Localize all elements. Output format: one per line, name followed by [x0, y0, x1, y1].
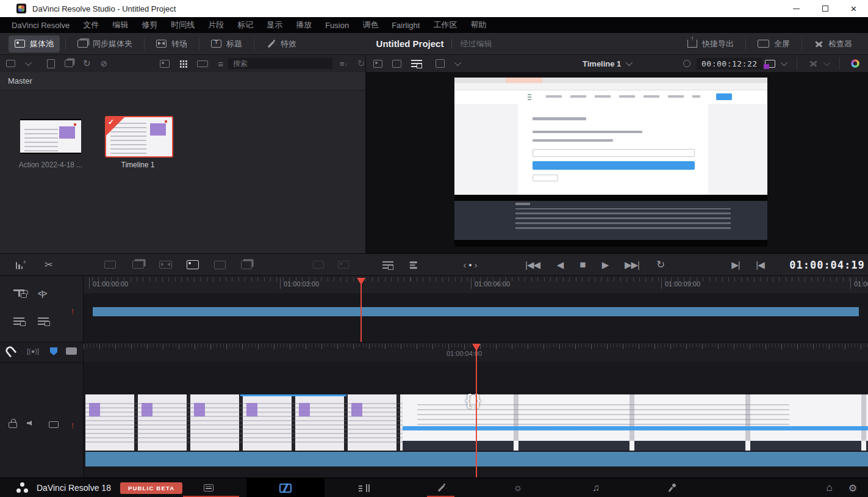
- menu-file[interactable]: 文件: [76, 20, 106, 31]
- match-frame-button[interactable]: |◀: [751, 254, 769, 275]
- stop-button[interactable]: ■: [575, 254, 590, 275]
- timeline-overview-clip[interactable]: [93, 307, 859, 316]
- track-lock-icon[interactable]: [9, 422, 17, 428]
- edit-op-smart-insert-icon[interactable]: [101, 254, 119, 275]
- menu-edit[interactable]: 编辑: [106, 20, 135, 31]
- import-media-icon[interactable]: [47, 59, 55, 68]
- menu-view[interactable]: 显示: [260, 20, 289, 31]
- video-clip-frames-a[interactable]: [85, 394, 403, 451]
- media-pool-button[interactable]: 媒体池: [9, 35, 60, 53]
- chevron-down-icon[interactable]: [454, 61, 459, 66]
- timeline-selector[interactable]: Timeline 1: [583, 55, 631, 72]
- track-video-enable-icon[interactable]: [49, 421, 59, 428]
- page-edit-button[interactable]: [348, 478, 379, 497]
- bin-name[interactable]: Master: [8, 76, 32, 85]
- range-marker-icon[interactable]: [(●)]: [27, 347, 39, 355]
- menu-playback[interactable]: 播放: [289, 20, 318, 31]
- razor-icon[interactable]: ✂: [40, 254, 57, 275]
- minimize-button[interactable]: [782, 0, 811, 17]
- jog-control[interactable]: ‹●›: [454, 254, 489, 275]
- preview-page-footer: [454, 201, 767, 240]
- menu-mark[interactable]: 标记: [231, 20, 260, 31]
- bin-list-icon[interactable]: [6, 60, 15, 67]
- sync-clips-icon[interactable]: ↻: [83, 58, 91, 69]
- playback-settings-icon[interactable]: [405, 254, 423, 275]
- fullscreen-button[interactable]: 全屏: [751, 35, 796, 53]
- search-input[interactable]: [228, 58, 332, 69]
- menu-workspace[interactable]: 工作区: [426, 20, 464, 31]
- menu-trim[interactable]: 修剪: [135, 20, 164, 31]
- loop-button[interactable]: ↻: [651, 254, 670, 275]
- sync-bin-button[interactable]: 同步媒体夹: [71, 35, 138, 53]
- goto-first-frame-button[interactable]: |◀◀: [522, 254, 543, 275]
- preview-playback-icon[interactable]: [378, 254, 396, 275]
- link-clips-icon[interactable]: ⊘: [101, 59, 108, 68]
- multicam-icon[interactable]: [765, 60, 775, 68]
- media-clip-timeline1-selected[interactable]: ✓: [105, 116, 173, 158]
- grid-view-icon[interactable]: [179, 60, 187, 68]
- play-button[interactable]: ▶: [597, 254, 613, 275]
- page-media-button[interactable]: [193, 478, 224, 497]
- flag-icon[interactable]: [50, 347, 57, 355]
- page-fusion-button[interactable]: [425, 478, 457, 497]
- menu-color[interactable]: 调色: [356, 20, 385, 31]
- settings-gear-button[interactable]: ⚙: [848, 482, 857, 494]
- menu-davinci-resolve[interactable]: DaVinci Resolve: [5, 21, 76, 30]
- edit-op-place-on-top-icon[interactable]: [210, 254, 229, 275]
- play-around-button[interactable]: ▶|: [727, 254, 744, 275]
- upper-timeline-ruler[interactable]: 01:00:00:00 01:00:03:00 01:00:06:00 01:0…: [84, 276, 868, 293]
- effects-button[interactable]: 特效: [260, 35, 303, 53]
- tools-icon[interactable]: [808, 59, 818, 68]
- transitions-button[interactable]: 转场: [150, 35, 193, 53]
- card-view-icon[interactable]: [160, 60, 170, 68]
- camera-icon[interactable]: [66, 347, 77, 355]
- source-view-icon[interactable]: [373, 60, 382, 68]
- maximize-button[interactable]: [811, 0, 839, 17]
- menu-fusion[interactable]: Fusion: [318, 21, 356, 30]
- tool-sync-audio-icon[interactable]: [38, 317, 49, 325]
- tool-track-lock-icon[interactable]: [13, 288, 27, 298]
- upper-playhead[interactable]: [357, 278, 367, 342]
- color-wheel-icon[interactable]: [851, 59, 859, 68]
- page-deliver-button[interactable]: [657, 478, 689, 497]
- refresh-icon[interactable]: ↻: [357, 58, 365, 69]
- page-cut-button-active[interactable]: [246, 478, 325, 497]
- media-clip-action[interactable]: [20, 119, 81, 154]
- filmstrip-view-icon[interactable]: [411, 60, 421, 67]
- chevron-down-icon[interactable]: [823, 59, 830, 66]
- page-fairlight-button[interactable]: ♫: [580, 478, 612, 497]
- sort-icon[interactable]: ≡↓: [340, 59, 348, 68]
- menu-timeline[interactable]: 时间线: [164, 20, 201, 31]
- edit-op-source-overwrite-icon[interactable]: [237, 254, 256, 275]
- tool-sync-video-icon[interactable]: [13, 317, 24, 325]
- resize-icon[interactable]: [436, 59, 445, 68]
- edit-op-append-icon[interactable]: [129, 254, 147, 275]
- davinci-resolve-window: DaVinci Resolve Studio - Untitled Projec…: [0, 0, 868, 497]
- edit-op-ripple-overwrite-icon[interactable]: [156, 254, 174, 275]
- lower-playhead[interactable]: [472, 344, 482, 478]
- inspector-button[interactable]: 检查器: [808, 35, 858, 53]
- track-audio-mute-icon[interactable]: [27, 421, 35, 426]
- close-button[interactable]: ×: [839, 0, 868, 17]
- transform-view-icon[interactable]: [392, 60, 401, 68]
- page-color-button[interactable]: ☼: [502, 478, 534, 497]
- list-view-icon[interactable]: ≡: [218, 59, 223, 69]
- edit-op-close-up-icon[interactable]: [183, 254, 203, 275]
- tool-trim-icon[interactable]: <|>: [38, 289, 46, 298]
- menu-help[interactable]: 帮助: [464, 20, 493, 31]
- media-op-icon[interactable]: [309, 254, 328, 275]
- snapping-magnet-icon[interactable]: [6, 346, 15, 356]
- quick-export-button[interactable]: 快捷导出: [681, 35, 740, 53]
- titles-button[interactable]: 标题: [205, 35, 248, 53]
- strip-view-icon[interactable]: [197, 60, 208, 67]
- menu-clip[interactable]: 片段: [201, 20, 231, 31]
- media-op-icon[interactable]: [334, 254, 353, 275]
- import-folder-icon[interactable]: [65, 60, 73, 67]
- play-reverse-button[interactable]: ◀: [552, 254, 568, 275]
- home-button[interactable]: ⌂: [826, 482, 832, 494]
- audio-trim-icon[interactable]: z: [11, 254, 30, 275]
- chevron-down-icon[interactable]: [781, 59, 787, 66]
- chevron-down-icon[interactable]: [25, 61, 30, 66]
- menu-fairlight[interactable]: Fairlight: [385, 21, 426, 30]
- goto-last-frame-button[interactable]: ▶▶|: [621, 254, 643, 275]
